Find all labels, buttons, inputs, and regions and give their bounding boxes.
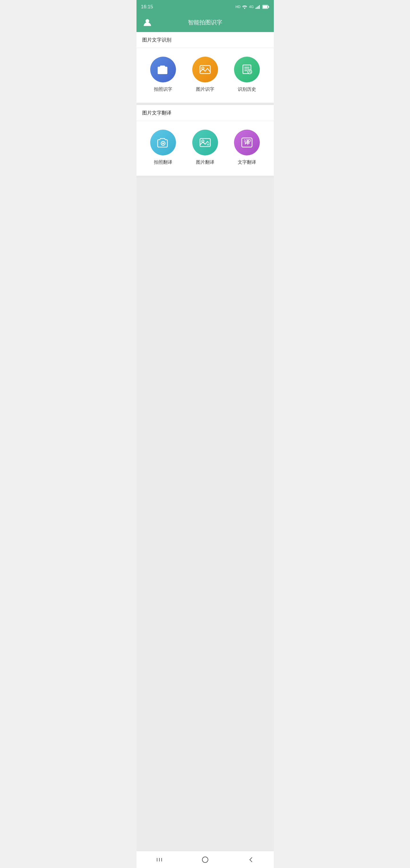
photo-translate-item[interactable]: 拍照翻译 (142, 130, 184, 165)
header: 智能拍图识字 (136, 14, 274, 32)
image-translate-icon: A (198, 136, 212, 149)
camera-translate-icon (156, 136, 170, 149)
content-sections: 图片文字识别 拍照识字 图片识字 (136, 32, 274, 178)
page-title: 智能拍图识字 (188, 19, 222, 26)
history-icon (240, 63, 254, 76)
image-teal2-icon-circle: A (192, 130, 218, 155)
text-translate-item[interactable]: 译 文字翻译 (226, 130, 268, 165)
svg-rect-2 (257, 7, 257, 9)
svg-point-8 (145, 19, 149, 23)
svg-rect-7 (268, 6, 269, 8)
hd-label: HD (235, 5, 240, 9)
section2-grid: 拍照翻译 A 图片翻译 译 (136, 121, 274, 178)
signal-icon (255, 5, 261, 9)
image-translate-item[interactable]: A 图片翻译 (184, 130, 226, 165)
svg-rect-1 (255, 8, 256, 9)
camera-icon (156, 63, 170, 76)
svg-rect-6 (263, 6, 267, 8)
camera-blue-icon-circle (150, 57, 176, 83)
svg-rect-4 (259, 5, 260, 9)
user-icon (143, 18, 152, 27)
svg-point-19 (162, 143, 164, 144)
image-translate-label: 图片翻译 (196, 159, 214, 165)
svg-point-0 (244, 8, 245, 9)
section2-label: 图片文字翻译 (136, 105, 274, 121)
back-button[interactable] (242, 851, 259, 868)
bottom-nav (136, 851, 274, 868)
wifi-icon (242, 5, 247, 9)
battery-icon (262, 5, 269, 9)
photo-recognize-item[interactable]: 拍照识字 (142, 57, 184, 92)
svg-point-10 (162, 69, 164, 71)
status-bar: 16:15 HD 4G (136, 0, 274, 14)
status-icons: HD 4G (235, 5, 269, 9)
camera-teal-icon-circle (150, 130, 176, 155)
section1-label: 图片文字识别 (136, 32, 274, 48)
recents-button[interactable] (151, 851, 168, 868)
svg-text:A: A (207, 143, 209, 146)
text-translate-label: 文字翻译 (238, 159, 256, 165)
svg-rect-3 (258, 6, 259, 9)
4g-label: 4G (249, 5, 253, 9)
photo-translate-label: 拍照翻译 (154, 159, 172, 165)
svg-rect-29 (202, 857, 208, 863)
section1-grid: 拍照识字 图片识字 (136, 48, 274, 105)
image-recognize-label: 图片识字 (196, 86, 214, 92)
avatar-button[interactable] (142, 17, 153, 28)
svg-text:译: 译 (244, 139, 250, 145)
image-recognize-item[interactable]: 图片识字 (184, 57, 226, 92)
back-icon (247, 856, 255, 864)
history-green-icon-circle (234, 57, 260, 83)
image-orange-icon-circle (192, 57, 218, 83)
text-translate-icon: 译 (240, 136, 254, 149)
history-item[interactable]: 识别历史 (226, 57, 268, 92)
image-icon (198, 63, 212, 76)
history-label: 识别历史 (238, 86, 256, 92)
home-button[interactable] (196, 851, 214, 868)
recents-icon (155, 856, 163, 864)
photo-recognize-label: 拍照识字 (154, 86, 172, 92)
home-icon (201, 856, 209, 864)
translate-purple-icon-circle: 译 (234, 130, 260, 155)
status-time: 16:15 (141, 4, 153, 10)
gray-area (136, 178, 274, 851)
